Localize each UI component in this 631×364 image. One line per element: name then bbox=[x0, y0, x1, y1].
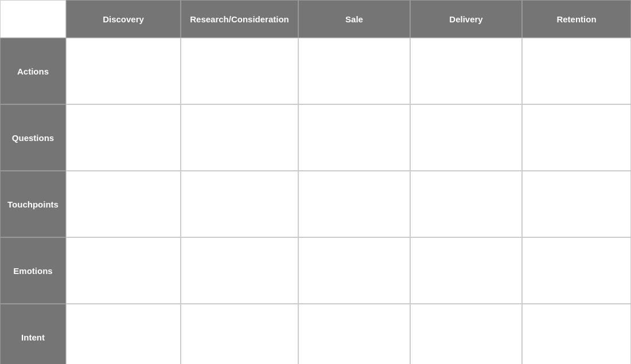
row-header-actions: Actions bbox=[0, 38, 66, 104]
cell-touchpoints-retention[interactable] bbox=[522, 171, 631, 237]
row-header-questions: Questions bbox=[0, 104, 66, 171]
cell-touchpoints-delivery[interactable] bbox=[410, 171, 522, 237]
cell-intent-research[interactable] bbox=[181, 304, 298, 364]
col-header-delivery: Delivery bbox=[410, 0, 522, 38]
cell-actions-delivery[interactable] bbox=[410, 38, 522, 104]
cell-questions-discovery[interactable] bbox=[66, 104, 181, 171]
cell-emotions-discovery[interactable] bbox=[66, 237, 181, 304]
cell-intent-sale[interactable] bbox=[298, 304, 410, 364]
row-header-intent: Intent bbox=[0, 304, 66, 364]
cell-actions-research[interactable] bbox=[181, 38, 298, 104]
cell-touchpoints-research[interactable] bbox=[181, 171, 298, 237]
cell-intent-delivery[interactable] bbox=[410, 304, 522, 364]
cell-touchpoints-discovery[interactable] bbox=[66, 171, 181, 237]
col-header-sale: Sale bbox=[298, 0, 410, 38]
cell-intent-discovery[interactable] bbox=[66, 304, 181, 364]
cell-questions-research[interactable] bbox=[181, 104, 298, 171]
row-header-touchpoints: Touchpoints bbox=[0, 171, 66, 237]
cell-actions-retention[interactable] bbox=[522, 38, 631, 104]
col-header-retention: Retention bbox=[522, 0, 631, 38]
col-header-research: Research/Consideration bbox=[181, 0, 298, 38]
cell-emotions-research[interactable] bbox=[181, 237, 298, 304]
cell-actions-sale[interactable] bbox=[298, 38, 410, 104]
cell-actions-discovery[interactable] bbox=[66, 38, 181, 104]
cell-questions-sale[interactable] bbox=[298, 104, 410, 171]
cell-emotions-retention[interactable] bbox=[522, 237, 631, 304]
cell-emotions-delivery[interactable] bbox=[410, 237, 522, 304]
corner-cell bbox=[0, 0, 66, 38]
col-header-discovery: Discovery bbox=[66, 0, 181, 38]
journey-map-grid: Discovery Research/Consideration Sale De… bbox=[0, 0, 631, 364]
cell-emotions-sale[interactable] bbox=[298, 237, 410, 304]
cell-questions-retention[interactable] bbox=[522, 104, 631, 171]
row-header-emotions: Emotions bbox=[0, 237, 66, 304]
cell-intent-retention[interactable] bbox=[522, 304, 631, 364]
cell-touchpoints-sale[interactable] bbox=[298, 171, 410, 237]
cell-questions-delivery[interactable] bbox=[410, 104, 522, 171]
